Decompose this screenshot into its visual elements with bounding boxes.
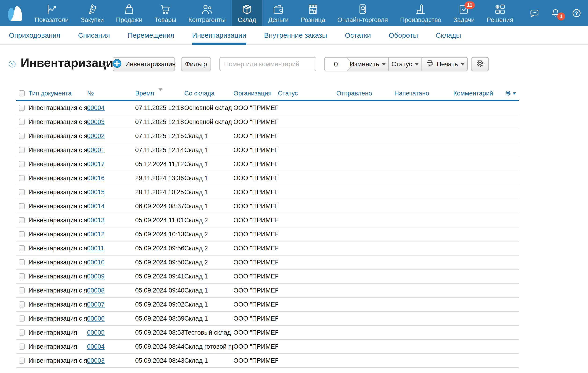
nav-item-4[interactable]: Контрагенты bbox=[182, 0, 232, 26]
row-checkbox[interactable] bbox=[19, 189, 25, 195]
nav-item-1[interactable]: Закупки bbox=[75, 0, 110, 26]
create-inventory-button[interactable]: Инвентаризация bbox=[113, 57, 175, 71]
document-link[interactable]: 00003 bbox=[87, 357, 105, 364]
row-checkbox[interactable] bbox=[19, 358, 25, 364]
document-link[interactable]: 00014 bbox=[87, 203, 105, 210]
table-row[interactable]: Инвентаризация с ячей0000407.11.2025 12:… bbox=[16, 101, 519, 115]
filter-button[interactable]: Фильтр bbox=[181, 57, 211, 71]
column-header-2[interactable]: Время bbox=[135, 90, 184, 97]
document-link[interactable]: 00010 bbox=[87, 259, 105, 266]
row-checkbox[interactable] bbox=[19, 315, 25, 321]
document-link[interactable]: 00005 bbox=[87, 329, 105, 336]
table-row[interactable]: Инвентаризация0000505.09.2024 08:53Тесто… bbox=[16, 326, 519, 340]
table-row[interactable]: Инвентаризация с ячей0001528.11.2024 10:… bbox=[16, 185, 519, 199]
row-checkbox[interactable] bbox=[19, 119, 25, 125]
nav-item-2[interactable]: Продажи bbox=[110, 0, 148, 26]
nav-item-7[interactable]: Розница bbox=[295, 0, 331, 26]
document-link[interactable]: 00002 bbox=[87, 132, 105, 139]
table-row[interactable]: Инвентаризация с ячей0001005.09.2024 09:… bbox=[16, 256, 519, 270]
column-header-7[interactable]: Напечатано bbox=[394, 90, 453, 97]
row-checkbox[interactable] bbox=[19, 245, 25, 251]
row-checkbox[interactable] bbox=[19, 105, 25, 111]
tab-6[interactable]: Обороты bbox=[389, 26, 418, 44]
document-link[interactable]: 00008 bbox=[87, 287, 105, 294]
status-dropdown[interactable]: Статус bbox=[388, 58, 421, 71]
table-row[interactable]: Инвентаризация с ячей0000605.09.2024 08:… bbox=[16, 312, 519, 326]
table-row[interactable]: Инвентаризация с ячей0001705.12.2024 11:… bbox=[16, 157, 519, 171]
table-row[interactable]: Инвентаризация с ячей0001205.09.2024 10:… bbox=[16, 227, 519, 242]
document-link[interactable]: 00007 bbox=[87, 301, 105, 308]
row-checkbox[interactable] bbox=[19, 301, 25, 308]
nav-item-10[interactable]: Задачи11 bbox=[447, 0, 481, 26]
document-link[interactable]: 00009 bbox=[87, 273, 105, 280]
chat-icon[interactable] bbox=[530, 8, 539, 18]
nav-item-11[interactable]: Решения bbox=[481, 0, 519, 26]
table-row[interactable]: Инвентаризация с ячей0001629.11.2024 13:… bbox=[16, 171, 519, 185]
tab-3[interactable]: Инвентаризации bbox=[192, 26, 246, 44]
page-help-icon[interactable]: ? bbox=[8, 60, 16, 68]
table-row[interactable]: Инвентаризация с ячей0000805.09.2024 09:… bbox=[16, 284, 519, 298]
document-link[interactable]: 00012 bbox=[87, 231, 105, 238]
tab-2[interactable]: Перемещения bbox=[128, 26, 175, 44]
table-row[interactable]: Инвентаризация с ячей0000207.11.2025 12:… bbox=[16, 129, 519, 143]
settings-button[interactable] bbox=[471, 57, 489, 71]
table-row[interactable]: Инвентаризация с ячей0000305.09.2024 08:… bbox=[16, 354, 519, 368]
row-checkbox[interactable] bbox=[19, 330, 25, 336]
row-checkbox[interactable] bbox=[19, 133, 25, 139]
tab-4[interactable]: Внутренние заказы bbox=[264, 26, 327, 44]
table-row[interactable]: Инвентаризация с ячей0001406.09.2024 08:… bbox=[16, 199, 519, 213]
document-link[interactable]: 00004 bbox=[87, 343, 105, 350]
row-checkbox[interactable] bbox=[19, 231, 25, 237]
table-row[interactable]: Инвентаризация с ячей0000107.11.2025 12:… bbox=[16, 143, 519, 157]
column-header-6[interactable]: Отправлено bbox=[336, 90, 394, 97]
row-checkbox[interactable] bbox=[19, 273, 25, 279]
column-header-5[interactable]: Статус bbox=[278, 90, 336, 97]
table-row[interactable]: Инвентаризация с ячей0001305.09.2024 11:… bbox=[16, 213, 519, 227]
print-dropdown[interactable]: Печать bbox=[421, 58, 468, 71]
row-checkbox[interactable] bbox=[19, 161, 25, 167]
table-row[interactable]: Инвентаризация с ячей0001105.09.2024 09:… bbox=[16, 242, 519, 256]
table-row[interactable]: Инвентаризация0000405.09.2024 08:44Склад… bbox=[16, 340, 519, 354]
column-header-4[interactable]: Организация bbox=[233, 90, 278, 97]
document-link[interactable]: 00016 bbox=[87, 175, 105, 181]
document-link[interactable]: 00003 bbox=[87, 118, 105, 125]
nav-item-5[interactable]: Склад bbox=[232, 0, 262, 26]
column-header-1[interactable]: № bbox=[87, 90, 135, 97]
row-checkbox[interactable] bbox=[19, 175, 25, 181]
nav-item-8[interactable]: Онлайн-торговля bbox=[331, 0, 394, 26]
column-header-0[interactable]: Тип документа bbox=[29, 90, 87, 97]
tab-7[interactable]: Склады bbox=[436, 26, 461, 44]
column-settings-button[interactable] bbox=[505, 90, 516, 96]
moysklad-logo-icon[interactable] bbox=[7, 4, 23, 23]
document-link[interactable]: 00011 bbox=[87, 245, 104, 252]
row-checkbox[interactable] bbox=[19, 287, 25, 293]
row-checkbox[interactable] bbox=[19, 147, 25, 153]
row-checkbox[interactable] bbox=[19, 343, 25, 350]
document-link[interactable]: 00015 bbox=[87, 189, 105, 196]
document-link[interactable]: 00001 bbox=[87, 147, 105, 153]
document-link[interactable]: 00017 bbox=[87, 160, 105, 168]
tab-1[interactable]: Списания bbox=[78, 26, 110, 44]
row-checkbox[interactable] bbox=[19, 203, 25, 209]
document-link[interactable]: 00013 bbox=[87, 217, 105, 224]
row-checkbox[interactable] bbox=[19, 217, 25, 223]
search-input[interactable] bbox=[219, 57, 316, 71]
document-link[interactable]: 00004 bbox=[87, 104, 105, 111]
row-checkbox[interactable] bbox=[19, 259, 25, 265]
table-row[interactable]: Инвентаризация с ячей0000307.11.2025 12:… bbox=[16, 115, 519, 129]
bell-icon[interactable]: 1 bbox=[551, 8, 560, 18]
refresh-icon[interactable] bbox=[101, 60, 108, 68]
nav-item-6[interactable]: Деньги bbox=[262, 0, 295, 26]
nav-item-0[interactable]: Показатели bbox=[29, 0, 75, 26]
tab-5[interactable]: Остатки bbox=[345, 26, 371, 44]
nav-item-3[interactable]: Товары bbox=[148, 0, 182, 26]
nav-item-9[interactable]: Производство bbox=[394, 0, 447, 26]
table-row[interactable]: Инвентаризация с ячей0000705.09.2024 09:… bbox=[16, 298, 519, 312]
table-row[interactable]: Инвентаризация с ячей0000905.09.2024 09:… bbox=[16, 270, 519, 284]
column-header-3[interactable]: Со склада bbox=[184, 90, 233, 97]
help-icon[interactable]: ? bbox=[572, 8, 581, 18]
change-dropdown[interactable]: Изменить bbox=[347, 58, 388, 71]
document-link[interactable]: 00006 bbox=[87, 315, 105, 322]
tab-0[interactable]: Оприходования bbox=[9, 26, 60, 44]
select-all-checkbox[interactable] bbox=[19, 90, 25, 96]
